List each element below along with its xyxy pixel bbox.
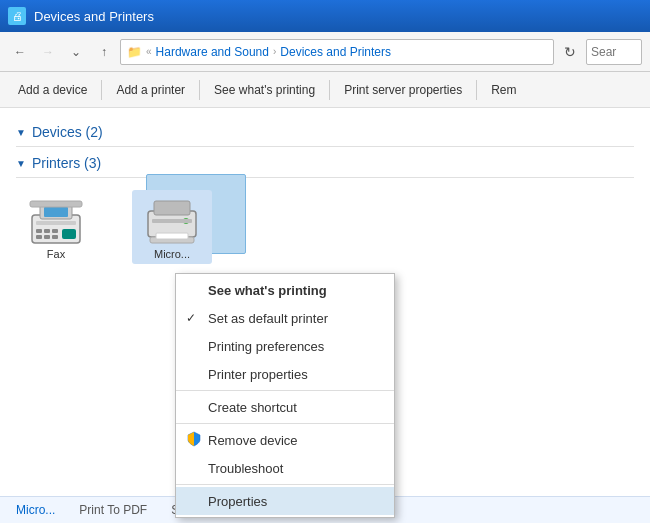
printers-section-header[interactable]: ▼ Printers (3) bbox=[16, 155, 634, 171]
svg-rect-9 bbox=[44, 235, 50, 239]
fax-device[interactable]: Fax bbox=[16, 190, 96, 264]
devices-section-header[interactable]: ▼ Devices (2) bbox=[16, 124, 634, 140]
devices-chevron: ▼ bbox=[16, 127, 26, 138]
printer-svg bbox=[144, 193, 200, 245]
ctx-see-printing[interactable]: See what's printing bbox=[176, 276, 394, 304]
devices-grid: Fax Micro... bbox=[16, 182, 634, 272]
add-printer-button[interactable]: Add a printer bbox=[106, 76, 195, 104]
breadcrumb-hardware[interactable]: Hardware and Sound bbox=[156, 45, 269, 59]
svg-rect-6 bbox=[44, 229, 50, 233]
devices-label: Devices (2) bbox=[32, 124, 103, 140]
ctx-remove-device[interactable]: Remove device bbox=[176, 426, 394, 454]
ctx-properties-label: Properties bbox=[208, 494, 267, 509]
ctx-see-printing-label: See what's printing bbox=[208, 283, 327, 298]
content-area: ▼ Devices (2) ▼ Printers (3) bbox=[0, 108, 650, 523]
breadcrumb-sep-1: › bbox=[273, 46, 276, 57]
breadcrumb-devices[interactable]: Devices and Printers bbox=[280, 45, 391, 59]
back-button[interactable]: ← bbox=[8, 40, 32, 64]
nav-separator: « bbox=[146, 46, 152, 57]
title-bar: 🖨 Devices and Printers bbox=[0, 0, 650, 32]
svg-rect-10 bbox=[52, 235, 58, 239]
printers-label: Printers (3) bbox=[32, 155, 101, 171]
svg-rect-13 bbox=[154, 201, 190, 215]
search-input[interactable] bbox=[586, 39, 642, 65]
printer-name-status: Micro... bbox=[16, 503, 55, 517]
checkmark-icon: ✓ bbox=[186, 311, 196, 325]
svg-rect-17 bbox=[152, 219, 192, 223]
svg-rect-3 bbox=[30, 201, 82, 207]
svg-rect-7 bbox=[52, 229, 58, 233]
ctx-create-shortcut-label: Create shortcut bbox=[208, 400, 297, 415]
forward-button[interactable]: → bbox=[36, 40, 60, 64]
ctx-set-default-label: Set as default printer bbox=[208, 311, 328, 326]
toolbar-sep-4 bbox=[476, 80, 477, 100]
devices-divider bbox=[16, 146, 634, 147]
svg-rect-15 bbox=[156, 233, 188, 239]
ctx-sep-2 bbox=[176, 423, 394, 424]
fax-icon-container bbox=[26, 194, 86, 244]
see-printing-button[interactable]: See what's printing bbox=[204, 76, 325, 104]
up-button[interactable]: ↑ bbox=[92, 40, 116, 64]
printers-divider bbox=[16, 177, 634, 178]
fax-svg bbox=[28, 193, 84, 245]
shield-icon bbox=[186, 431, 202, 450]
ctx-troubleshoot[interactable]: Troubleshoot bbox=[176, 454, 394, 482]
ctx-printer-props-label: Printer properties bbox=[208, 367, 308, 382]
add-device-button[interactable]: Add a device bbox=[8, 76, 97, 104]
ctx-create-shortcut[interactable]: Create shortcut bbox=[176, 393, 394, 421]
svg-rect-5 bbox=[36, 229, 42, 233]
remove-button[interactable]: Rem bbox=[481, 76, 526, 104]
breadcrumb: 📁 « Hardware and Sound › Devices and Pri… bbox=[120, 39, 554, 65]
pdf-label: Print To PDF bbox=[79, 503, 147, 517]
ctx-remove-device-label: Remove device bbox=[208, 433, 298, 448]
ctx-printing-prefs-label: Printing preferences bbox=[208, 339, 324, 354]
address-bar: ← → ⌄ ↑ 📁 « Hardware and Sound › Devices… bbox=[0, 32, 650, 72]
ctx-set-default[interactable]: ✓ Set as default printer bbox=[176, 304, 394, 332]
app-icon: 🖨 bbox=[8, 7, 26, 25]
ctx-sep-1 bbox=[176, 390, 394, 391]
svg-rect-8 bbox=[36, 235, 42, 239]
ctx-printer-props[interactable]: Printer properties bbox=[176, 360, 394, 388]
selected-printer[interactable]: Micro... bbox=[132, 190, 212, 264]
svg-rect-4 bbox=[36, 221, 76, 225]
recent-button[interactable]: ⌄ bbox=[64, 40, 88, 64]
toolbar: Add a device Add a printer See what's pr… bbox=[0, 72, 650, 108]
ctx-sep-3 bbox=[176, 484, 394, 485]
ctx-properties[interactable]: Properties bbox=[176, 487, 394, 515]
window-title: Devices and Printers bbox=[34, 9, 154, 24]
folder-icon: 📁 bbox=[127, 45, 142, 59]
print-server-button[interactable]: Print server properties bbox=[334, 76, 472, 104]
svg-rect-2 bbox=[44, 207, 68, 217]
ctx-troubleshoot-label: Troubleshoot bbox=[208, 461, 283, 476]
fax-label: Fax bbox=[47, 248, 65, 260]
printer-label: Micro... bbox=[154, 248, 190, 260]
printers-chevron: ▼ bbox=[16, 158, 26, 169]
ctx-printing-prefs[interactable]: Printing preferences bbox=[176, 332, 394, 360]
toolbar-sep-3 bbox=[329, 80, 330, 100]
context-menu: See what's printing ✓ Set as default pri… bbox=[175, 273, 395, 518]
refresh-button[interactable]: ↻ bbox=[558, 40, 582, 64]
toolbar-sep-2 bbox=[199, 80, 200, 100]
printer-icon-container bbox=[142, 194, 202, 244]
svg-rect-11 bbox=[62, 229, 76, 239]
toolbar-sep-1 bbox=[101, 80, 102, 100]
